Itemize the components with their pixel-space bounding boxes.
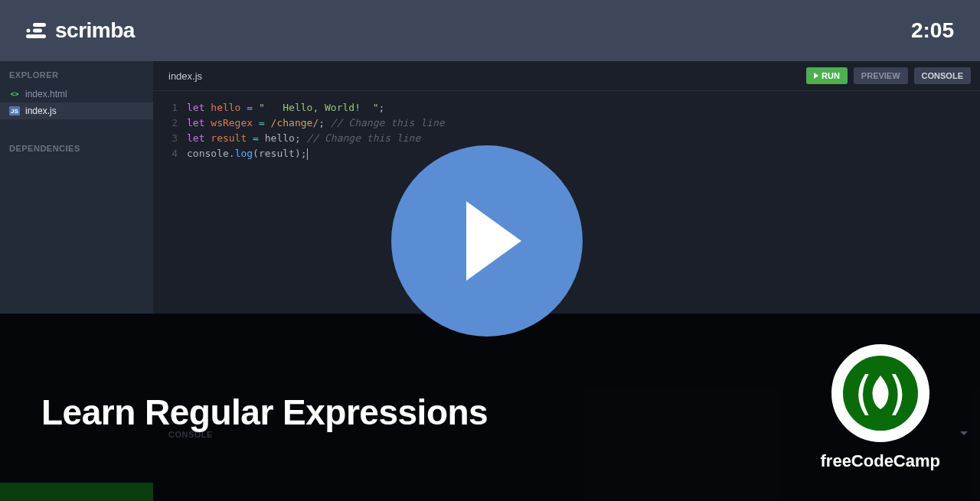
paren-right-icon: ) bbox=[884, 366, 912, 420]
author-badge: ( ) freeCodeCamp bbox=[821, 344, 940, 471]
play-icon bbox=[814, 73, 818, 79]
svg-point-0 bbox=[27, 29, 31, 33]
code-line-3: let result = hello; // Change this line bbox=[187, 131, 980, 146]
code-line-4: console.log(result); bbox=[187, 146, 980, 161]
file-name: index.js bbox=[25, 106, 57, 116]
editor-tabs: index.js RUN PREVIEW CONSOLE bbox=[153, 61, 980, 91]
file-name: index.html bbox=[25, 89, 67, 99]
bottom-accent-strip bbox=[0, 483, 153, 501]
run-button[interactable]: RUN bbox=[806, 67, 848, 84]
console-button[interactable]: CONSOLE bbox=[914, 67, 971, 84]
explorer-header: EXPLORER bbox=[0, 61, 153, 86]
play-button[interactable] bbox=[391, 145, 583, 337]
svg-rect-1 bbox=[33, 23, 46, 27]
tab-actions: RUN PREVIEW CONSOLE bbox=[806, 67, 971, 84]
file-item-index-js[interactable]: JS index.js bbox=[0, 102, 153, 119]
play-icon bbox=[466, 201, 521, 281]
dependencies-header: DEPENDENCIES bbox=[0, 135, 153, 159]
preview-button[interactable]: PREVIEW bbox=[854, 67, 908, 84]
brand-name: scrimba bbox=[55, 18, 135, 43]
code-line-1: let hello = " Hello, World! "; bbox=[187, 100, 980, 115]
author-avatar: ( ) bbox=[831, 344, 929, 442]
scrimba-logo-icon bbox=[26, 23, 46, 38]
logo-area: scrimba bbox=[26, 18, 135, 43]
timestamp: 2:05 bbox=[911, 18, 954, 43]
svg-rect-3 bbox=[26, 34, 46, 38]
author-name: freeCodeCamp bbox=[821, 451, 940, 471]
active-filename: index.js bbox=[168, 70, 202, 82]
sidebar: EXPLORER <> index.html JS index.js DEPEN… bbox=[0, 61, 153, 314]
code-line-2: let wsRegex = /change/; // Change this l… bbox=[187, 115, 980, 131]
paren-left-icon: ( bbox=[849, 366, 877, 420]
code-lines: let hello = " Hello, World! "; let wsReg… bbox=[187, 100, 980, 161]
chevron-down-icon bbox=[960, 431, 968, 435]
line-gutter: 1 2 3 4 bbox=[153, 100, 187, 161]
header-bar: scrimba 2:05 bbox=[0, 0, 980, 61]
file-item-index-html[interactable]: <> index.html bbox=[0, 86, 153, 102]
js-file-icon: JS bbox=[9, 106, 20, 115]
lesson-title: Learn Regular Expressions bbox=[41, 392, 488, 433]
svg-rect-2 bbox=[33, 29, 42, 33]
html-file-icon: <> bbox=[9, 89, 20, 99]
code-editor[interactable]: 1 2 3 4 let hello = " Hello, World! "; l… bbox=[153, 91, 980, 171]
cursor-icon bbox=[307, 148, 308, 160]
